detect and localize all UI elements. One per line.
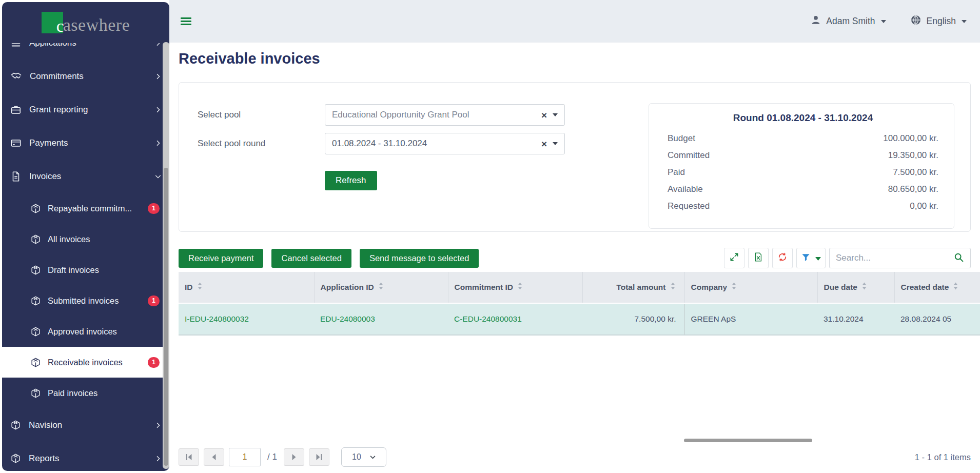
- cancel-selected-button[interactable]: Cancel selected: [271, 249, 351, 268]
- sort-icon[interactable]: [517, 282, 523, 292]
- search-icon[interactable]: [953, 252, 964, 265]
- sidebar-menu: Applications Commitments Grant reporti: [2, 43, 169, 471]
- sort-icon[interactable]: [197, 282, 203, 292]
- hamburger-menu-icon[interactable]: [181, 17, 191, 26]
- summary-label: Available: [668, 184, 703, 194]
- sidebar-item-commitments[interactable]: Commitments: [2, 60, 169, 93]
- sidebar: c asewhere Applications Commitments: [2, 2, 169, 471]
- sidebar-item-repayable-commitments[interactable]: Repayable commitm... 1: [2, 193, 169, 224]
- sidebar-item-all-invoices[interactable]: All invoices: [2, 224, 169, 254]
- previous-page-button[interactable]: [204, 448, 224, 466]
- column-header-id[interactable]: ID: [179, 272, 314, 303]
- sort-icon[interactable]: [861, 282, 868, 292]
- expand-button[interactable]: [724, 248, 744, 268]
- sidebar-item-applications[interactable]: Applications: [2, 43, 169, 60]
- cell-id[interactable]: I-EDU-240800032: [179, 303, 314, 335]
- chevron-down-icon[interactable]: [553, 142, 558, 145]
- sidebar-scrollbar[interactable]: [163, 42, 169, 469]
- items-count-label: 1 - 1 of 1 items: [915, 452, 971, 462]
- package-icon: [30, 357, 41, 368]
- chevron-down-icon[interactable]: [553, 113, 558, 116]
- first-page-button[interactable]: [179, 448, 199, 466]
- receive-payment-button[interactable]: Receive payment: [179, 249, 263, 268]
- sidebar-item-label: Commitments: [30, 71, 84, 82]
- sidebar-item-invoices[interactable]: Invoices: [2, 160, 169, 193]
- sort-icon[interactable]: [731, 282, 737, 292]
- sidebar-item-reports[interactable]: Reports: [2, 442, 169, 471]
- sidebar-item-grant-reporting[interactable]: Grant reporting: [2, 93, 169, 126]
- column-header-total-amount[interactable]: Total amount: [582, 272, 684, 303]
- package-icon: [10, 420, 21, 430]
- select-pool-round-label: Select pool round: [198, 139, 325, 149]
- sidebar-item-payments[interactable]: Payments: [2, 126, 169, 160]
- page-title: Receivable invoices: [179, 50, 971, 71]
- sidebar-scrollbar-thumb[interactable]: [164, 168, 168, 466]
- select-pool-round-value: 01.08.2024 - 31.10.2024: [332, 139, 536, 149]
- reload-grid-button[interactable]: [772, 248, 793, 268]
- table-actions-bar: Receive payment Cancel selected Send mes…: [179, 248, 971, 268]
- table-header-row: ID Application ID Commitment ID Total am…: [179, 272, 980, 303]
- topbar: Adam Smith English: [169, 0, 980, 43]
- user-menu[interactable]: Adam Smith: [810, 14, 886, 28]
- sidebar-item-approved-invoices[interactable]: Approved invoices: [2, 316, 169, 347]
- page-number-input[interactable]: [229, 448, 261, 466]
- search-input[interactable]: [836, 253, 949, 263]
- notification-badge: 1: [148, 295, 160, 306]
- column-header-created-date[interactable]: Created date: [894, 272, 980, 303]
- sort-icon[interactable]: [670, 282, 676, 292]
- invoice-document-icon: [10, 171, 22, 182]
- send-message-button[interactable]: Send message to selected: [360, 249, 479, 268]
- table-row[interactable]: I-EDU-240800032 EDU-24080003 C-EDU-24080…: [179, 303, 980, 335]
- summary-value: 0,00 kr.: [910, 201, 938, 211]
- topbar-right: Adam Smith English: [810, 14, 967, 29]
- chevron-right-icon: [154, 43, 162, 47]
- sidebar-item-paid-invoices[interactable]: Paid invoices: [2, 378, 169, 408]
- sidebar-item-receivable-invoices[interactable]: Receivable invoices 1: [2, 347, 169, 378]
- export-excel-button[interactable]: [748, 248, 769, 268]
- round-summary-title: Round 01.08.2024 - 31.10.2024: [668, 112, 938, 124]
- cell-commitment-id[interactable]: C-EDU-240800031: [448, 303, 582, 335]
- cell-due-date: 31.10.2024: [817, 303, 894, 335]
- chevron-right-icon: [154, 455, 162, 463]
- grid-toolbar: [724, 248, 971, 268]
- sidebar-item-label: Grant reporting: [29, 105, 88, 115]
- select-pool-dropdown[interactable]: Educational Opportunity Grant Pool ×: [325, 104, 565, 126]
- language-menu[interactable]: English: [910, 14, 967, 29]
- select-pool-value: Educational Opportunity Grant Pool: [332, 110, 536, 120]
- chevron-right-icon: [154, 106, 162, 114]
- sidebar-item-draft-invoices[interactable]: Draft invoices: [2, 254, 169, 285]
- next-page-button[interactable]: [284, 448, 304, 466]
- sidebar-item-navision[interactable]: Navision: [2, 408, 169, 442]
- page-size-select[interactable]: 10: [341, 447, 386, 467]
- page-content: Receivable invoices Select pool Educatio…: [169, 43, 980, 473]
- expand-icon: [729, 252, 739, 264]
- horizontal-scrollbar-thumb[interactable]: [684, 439, 812, 442]
- filter-button[interactable]: [796, 248, 826, 268]
- summary-row-committed: Committed 19.350,00 kr.: [668, 147, 938, 164]
- chevron-down-icon: [154, 172, 162, 181]
- column-header-company[interactable]: Company: [684, 272, 817, 303]
- refresh-button[interactable]: Refresh: [325, 171, 377, 190]
- cell-application-id[interactable]: EDU-24080003: [314, 303, 448, 335]
- last-page-button[interactable]: [309, 448, 329, 466]
- column-header-due-date[interactable]: Due date: [817, 272, 894, 303]
- filter-panel: Select pool Educational Opportunity Gran…: [179, 82, 971, 232]
- select-pool-label: Select pool: [198, 110, 325, 120]
- sort-icon[interactable]: [378, 282, 384, 292]
- sidebar-item-label: Repayable commitm...: [48, 204, 132, 213]
- package-icon: [30, 388, 41, 399]
- clear-icon[interactable]: ×: [541, 110, 547, 120]
- column-header-application-id[interactable]: Application ID: [314, 272, 448, 303]
- sort-icon[interactable]: [952, 282, 959, 292]
- clear-icon[interactable]: ×: [541, 139, 547, 149]
- chevron-down-icon[interactable]: [815, 253, 821, 263]
- summary-label: Requested: [668, 201, 710, 211]
- chevron-right-icon: [154, 421, 162, 429]
- sidebar-item-label: All invoices: [48, 234, 90, 244]
- casewhere-logo[interactable]: c asewhere: [42, 12, 130, 33]
- summary-label: Paid: [668, 167, 685, 178]
- select-pool-round-dropdown[interactable]: 01.08.2024 - 31.10.2024 ×: [325, 133, 565, 154]
- sidebar-item-submitted-invoices[interactable]: Submitted invoices 1: [2, 285, 169, 316]
- chevron-right-icon: [154, 139, 162, 147]
- column-header-commitment-id[interactable]: Commitment ID: [448, 272, 582, 303]
